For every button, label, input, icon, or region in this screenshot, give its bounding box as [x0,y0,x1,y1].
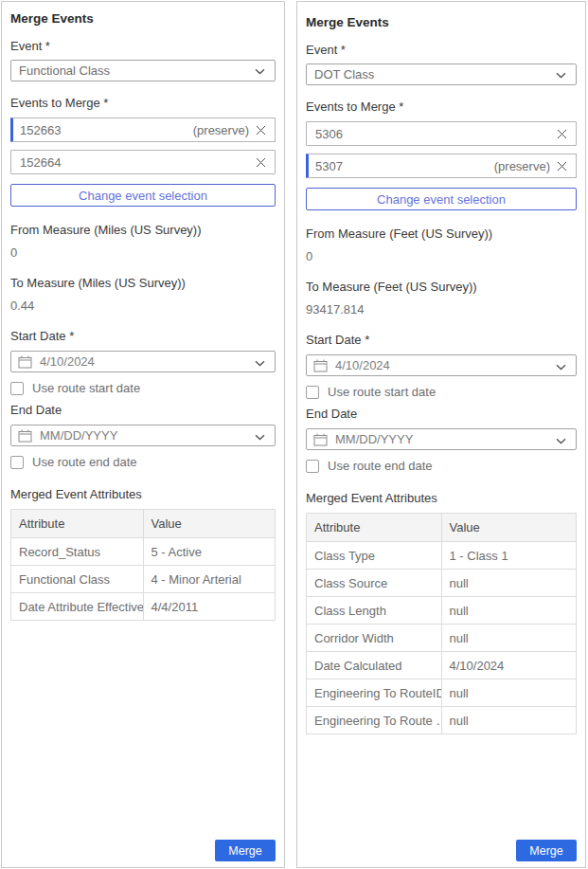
event-id: 152663 [20,123,193,137]
value-cell: 4 - Minor Arterial [143,566,276,593]
value-cell: 4/10/2024 [441,652,577,679]
value-cell: null [441,597,577,625]
value-cell: null [441,625,577,652]
table-row: Class Type 1 - Class 1 [307,542,577,570]
calendar-icon [313,359,328,372]
event-to-merge-input[interactable]: 152664 [10,150,276,174]
panel-title: Merge Events [306,15,577,30]
merged-attributes-table: Attribute Value Record_Status 5 - Active… [10,509,276,621]
chevron-down-icon [556,431,566,448]
use-route-start-date-row: Use route start date [10,381,276,395]
to-measure-label: To Measure (Miles (US Survey)) [10,276,276,290]
merge-events-workspace: Merge Events Event * Functional Class Ev… [0,0,588,869]
panel-spacer [10,621,276,840]
use-route-end-date-checkbox[interactable] [306,460,319,473]
chevron-down-icon [556,357,566,374]
chevron-down-icon [255,63,265,78]
to-measure-value: 0.44 [10,299,276,313]
attribute-cell: Engineering To RouteID [307,679,442,707]
merge-button[interactable]: Merge [516,840,577,861]
panel-title: Merge Events [10,11,276,27]
event-to-merge-input[interactable]: 5307 (preserve) [306,154,577,178]
change-event-selection-button[interactable]: Change event selection [306,188,577,210]
calendar-icon [313,433,328,446]
event-select[interactable]: Functional Class [10,60,276,81]
table-row: Date Calculated 4/10/2024 [307,652,577,679]
panel-spacer [306,734,577,840]
value-cell: null [441,707,577,734]
calendar-icon [18,429,32,443]
value-column-header: Value [441,514,577,542]
to-measure-value: 93417.814 [306,302,577,317]
end-date-label: End Date [306,407,577,421]
use-route-end-date-row: Use route end date [10,455,276,469]
start-date-value: 4/10/2024 [40,354,255,369]
value-cell: 1 - Class 1 [441,542,577,570]
table-row: Engineering To RouteID null [307,679,577,707]
merge-events-panel-left: Merge Events Event * Functional Class Ev… [1,1,285,868]
event-id: 5307 [315,159,494,173]
from-measure-label: From Measure (Feet (US Survey)) [306,226,577,241]
end-date-placeholder: MM/DD/YYYY [335,432,556,446]
remove-event-icon[interactable] [557,161,567,172]
event-select-value: Functional Class [19,63,110,78]
attribute-column-header: Attribute [11,510,144,538]
table-row: Class Source null [307,570,577,597]
use-route-end-date-checkbox[interactable] [10,456,24,469]
events-to-merge-label: Events to Merge * [10,96,276,110]
end-date-input[interactable]: MM/DD/YYYY [10,425,276,446]
use-route-start-date-checkbox[interactable] [10,382,24,395]
value-cell: 5 - Active [143,538,276,566]
remove-event-icon[interactable] [256,157,266,168]
start-date-value: 4/10/2024 [335,358,556,372]
event-select[interactable]: DOT Class [306,63,577,85]
merge-button[interactable]: Merge [215,840,276,861]
use-route-start-date-checkbox[interactable] [306,386,319,399]
events-to-merge-label: Events to Merge * [306,100,577,114]
end-date-placeholder: MM/DD/YYYY [40,428,255,443]
merged-event-attributes-label: Merged Event Attributes [10,487,276,501]
table-header-row: Attribute Value [11,510,276,538]
attribute-cell: Corridor Width [307,625,442,652]
from-measure-value: 0 [10,245,276,260]
start-date-label: Start Date * [10,329,276,343]
table-row: Date Attribute Effective 4/4/2011 [11,593,276,621]
preserve-tag: (preserve) [193,123,249,137]
attribute-cell: Class Source [307,570,442,597]
value-cell: null [441,570,577,597]
table-row: Record_Status 5 - Active [11,538,276,566]
attribute-cell: Date Calculated [307,652,442,679]
event-label: Event * [10,39,276,53]
from-measure-value: 0 [306,249,577,263]
merged-attributes-table: Attribute Value Class Type 1 - Class 1 C… [306,513,577,734]
end-date-input[interactable]: MM/DD/YYYY [306,428,577,450]
event-to-merge-input[interactable]: 5306 [306,121,577,146]
end-date-label: End Date [10,403,276,417]
value-column-header: Value [143,510,276,538]
start-date-label: Start Date * [306,333,577,347]
calendar-icon [18,355,32,369]
value-cell: null [441,679,577,707]
to-measure-label: To Measure (Feet (US Survey)) [306,280,577,294]
attribute-column-header: Attribute [307,514,442,542]
table-header-row: Attribute Value [307,514,577,542]
use-route-start-date-label: Use route start date [32,381,140,395]
start-date-input[interactable]: 4/10/2024 [10,351,276,372]
remove-event-icon[interactable] [256,125,266,136]
value-cell: 4/4/2011 [143,593,276,621]
remove-event-icon[interactable] [557,129,567,139]
event-id: 152664 [20,155,256,170]
use-route-end-date-label: Use route end date [32,455,137,469]
merge-events-panel-right: Merge Events Event * DOT Class Events to… [296,1,586,868]
from-measure-label: From Measure (Miles (US Survey)) [10,223,276,237]
attribute-cell: Functional Class [11,566,144,593]
preserve-tag: (preserve) [494,159,550,173]
use-route-end-date-label: Use route end date [328,459,433,473]
start-date-input[interactable]: 4/10/2024 [306,354,577,376]
chevron-down-icon [255,427,265,444]
event-to-merge-input[interactable]: 152663 (preserve) [10,118,276,142]
use-route-start-date-row: Use route start date [306,385,577,399]
change-event-selection-button[interactable]: Change event selection [10,184,276,207]
chevron-down-icon [255,353,265,371]
attribute-cell: Record_Status [11,538,144,566]
